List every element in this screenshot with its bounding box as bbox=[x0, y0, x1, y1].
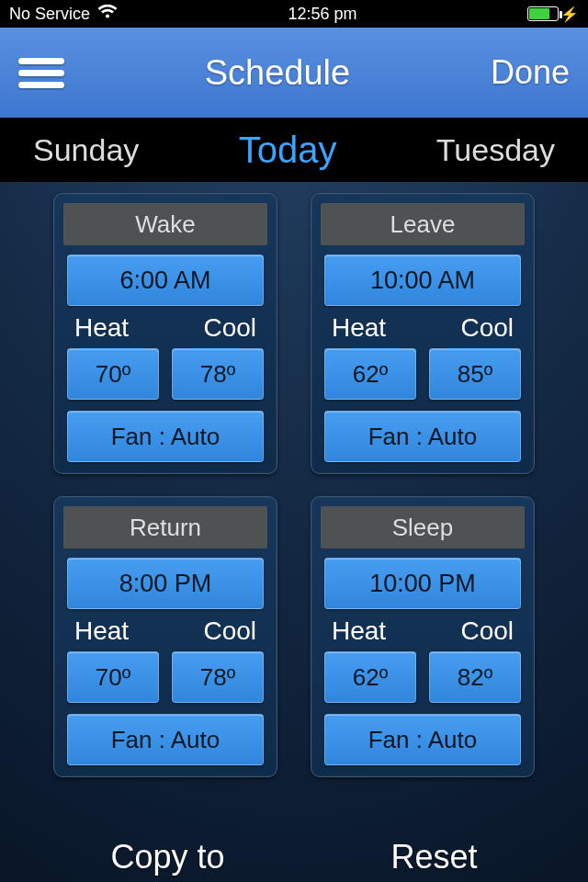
copy-to-button[interactable]: Copy to bbox=[110, 838, 224, 876]
cool-label: Cool bbox=[460, 313, 514, 343]
day-selector: Sunday Today Tuesday bbox=[0, 118, 588, 182]
next-day[interactable]: Tuesday bbox=[436, 132, 555, 168]
status-time: 12:56 pm bbox=[288, 5, 356, 24]
reset-button[interactable]: Reset bbox=[390, 838, 477, 876]
menu-icon[interactable] bbox=[18, 58, 64, 88]
time-button[interactable]: 10:00 AM bbox=[324, 254, 521, 306]
carrier-text: No Service bbox=[9, 5, 90, 24]
heat-temp-button[interactable]: 62º bbox=[324, 348, 416, 400]
period-card-return: Return 8:00 PM Heat Cool 70º 78º Fan : A… bbox=[53, 496, 277, 777]
heat-temp-button[interactable]: 70º bbox=[67, 651, 159, 703]
cool-temp-button[interactable]: 78º bbox=[172, 651, 264, 703]
page-title: Schedule bbox=[205, 53, 350, 93]
fan-button[interactable]: Fan : Auto bbox=[67, 714, 264, 765]
period-title: Return bbox=[63, 506, 267, 548]
heat-label: Heat bbox=[332, 616, 386, 646]
cool-label: Cool bbox=[203, 616, 256, 646]
bottom-actions: Copy to Reset bbox=[0, 838, 588, 876]
heat-label: Heat bbox=[332, 313, 386, 343]
period-card-leave: Leave 10:00 AM Heat Cool 62º 85º Fan : A… bbox=[311, 193, 535, 474]
heat-temp-button[interactable]: 70º bbox=[67, 348, 159, 400]
cool-temp-button[interactable]: 78º bbox=[172, 348, 264, 400]
period-card-sleep: Sleep 10:00 PM Heat Cool 62º 82º Fan : A… bbox=[311, 496, 535, 777]
current-day: Today bbox=[239, 130, 337, 171]
status-bar: No Service 12:56 pm ⚡ bbox=[0, 0, 588, 28]
time-button[interactable]: 10:00 PM bbox=[324, 558, 521, 609]
cool-label: Cool bbox=[460, 616, 514, 646]
nav-bar: Schedule Done bbox=[0, 28, 588, 118]
period-title: Wake bbox=[63, 203, 267, 245]
fan-button[interactable]: Fan : Auto bbox=[324, 411, 521, 462]
cool-temp-button[interactable]: 82º bbox=[429, 651, 521, 703]
time-button[interactable]: 6:00 AM bbox=[67, 254, 264, 306]
battery-icon: ⚡ bbox=[527, 6, 579, 23]
period-card-wake: Wake 6:00 AM Heat Cool 70º 78º Fan : Aut… bbox=[53, 193, 277, 474]
fan-button[interactable]: Fan : Auto bbox=[324, 714, 521, 765]
heat-temp-button[interactable]: 62º bbox=[324, 651, 416, 703]
fan-button[interactable]: Fan : Auto bbox=[67, 411, 264, 462]
done-button[interactable]: Done bbox=[491, 53, 570, 92]
schedule-grid: Wake 6:00 AM Heat Cool 70º 78º Fan : Aut… bbox=[0, 182, 588, 777]
heat-label: Heat bbox=[74, 616, 129, 646]
wifi-icon bbox=[97, 5, 118, 24]
period-title: Sleep bbox=[321, 506, 525, 548]
time-button[interactable]: 8:00 PM bbox=[67, 558, 264, 609]
cool-temp-button[interactable]: 85º bbox=[429, 348, 521, 400]
heat-label: Heat bbox=[74, 313, 129, 343]
prev-day[interactable]: Sunday bbox=[33, 132, 139, 168]
period-title: Leave bbox=[321, 203, 525, 245]
cool-label: Cool bbox=[203, 313, 256, 343]
